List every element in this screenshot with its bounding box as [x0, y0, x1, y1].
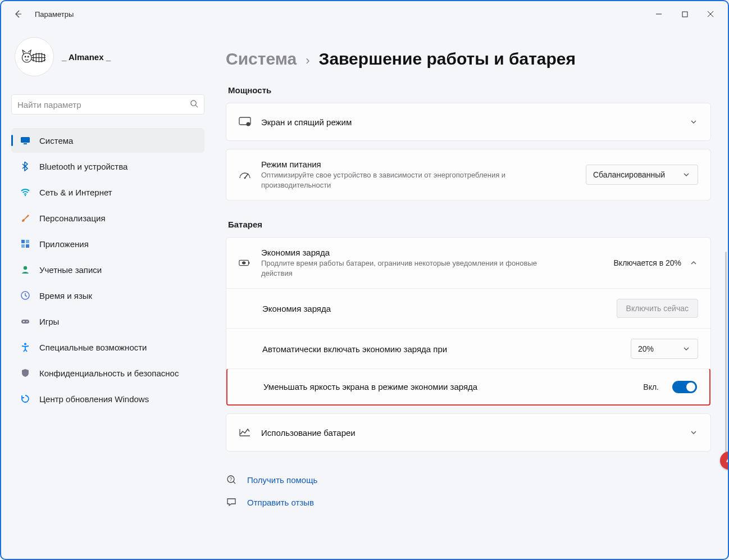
svg-point-2 [25, 56, 26, 57]
brush-icon [20, 213, 30, 223]
battery-dim-toggle[interactable] [672, 381, 697, 393]
person-icon [20, 265, 30, 275]
nav-item-2[interactable]: Сеть & и Интернет [11, 180, 204, 204]
minimize-icon [655, 11, 662, 17]
svg-point-16 [24, 343, 26, 345]
gamepad-icon [20, 316, 30, 326]
nav-item-7[interactable]: Игры [11, 309, 204, 334]
nav-item-label: Сеть & и Интернет [39, 188, 112, 197]
battery-saver-status: Включается в 20% [614, 258, 681, 267]
search-input[interactable] [17, 100, 190, 110]
chart-line-icon [239, 426, 251, 439]
svg-rect-8 [21, 240, 25, 243]
battery-saver-auto-row: Автоматически включать экономию заряда п… [226, 328, 710, 369]
battery-saver-auto-label: Автоматически включать экономию заряда п… [262, 344, 621, 354]
maximize-icon [682, 11, 688, 17]
card-battery-saver: Экономия заряда Продлите время работы ба… [226, 237, 711, 406]
nav-item-label: Центр обновления Windows [39, 394, 149, 404]
minimize-button[interactable] [646, 5, 672, 23]
svg-rect-10 [21, 244, 25, 248]
svg-text:?: ? [229, 476, 232, 482]
back-button[interactable] [9, 5, 27, 23]
nav-item-label: Персонализация [39, 213, 106, 223]
titlebar: Параметры [1, 1, 728, 27]
battery-saver-sub: Продлите время работы батареи, ограничив… [261, 258, 548, 278]
help-icon: ? [226, 474, 237, 485]
nav-item-6[interactable]: Время и язык [11, 283, 204, 308]
battery-dim-state: Вкл. [643, 383, 659, 391]
search-icon [190, 99, 198, 110]
svg-rect-9 [26, 240, 29, 243]
profile[interactable]: _ Almanex _ [15, 37, 204, 76]
nav-item-label: Система [39, 136, 73, 145]
nav-item-3[interactable]: Персонализация [11, 206, 204, 230]
breadcrumb-current: Завершение работы и батарея [319, 49, 576, 69]
nav: СистемаBluetooth и устройстваСеть & и Ин… [11, 128, 204, 411]
power-mode-select[interactable]: Сбалансированный [586, 165, 698, 185]
main: Система › Завершение работы и батарея Мо… [215, 27, 728, 559]
maximize-button[interactable] [672, 5, 698, 23]
svg-point-18 [247, 122, 250, 126]
close-button[interactable] [698, 5, 723, 23]
nav-item-label: Конфиденциальность и безопаснос [39, 368, 179, 378]
avatar-cat-icon [20, 45, 48, 68]
chevron-down-icon [682, 170, 691, 179]
search-box[interactable] [11, 94, 204, 115]
wifi-icon [20, 187, 30, 197]
nav-item-9[interactable]: Конфиденциальность и безопаснос [11, 361, 204, 385]
window-title: Параметры [35, 10, 74, 19]
battery-saver-enable-button: Включить сейчас [617, 299, 698, 318]
chevron-up-icon [689, 258, 698, 267]
breadcrumb-sep: › [306, 53, 309, 68]
nav-item-label: Игры [39, 317, 59, 326]
svg-point-4 [191, 100, 196, 105]
svg-rect-14 [21, 320, 29, 324]
section-power: Мощность [228, 85, 711, 95]
battery-saver-now-row: Экономия заряда Включить сейчас [226, 288, 710, 328]
avatar [15, 37, 54, 76]
accessibility-icon [20, 342, 30, 352]
settings-window: Параметры [0, 0, 729, 560]
svg-point-12 [24, 266, 27, 270]
card-battery-usage[interactable]: Использование батареи [226, 413, 711, 452]
nav-item-5[interactable]: Учетные записи [11, 257, 204, 282]
close-icon [707, 11, 714, 17]
nav-item-label: Приложения [39, 239, 89, 249]
svg-rect-5 [21, 137, 30, 143]
help-link-row: ? Получить помощь [226, 474, 711, 485]
sidebar: _ Almanex _ СистемаBluetooth и устройств… [1, 27, 215, 559]
battery-saver-auto-select[interactable]: 20% [631, 339, 698, 359]
power-mode-title: Режим питания [261, 160, 576, 169]
nav-item-10[interactable]: Центр обновления Windows [11, 386, 204, 411]
username: _ Almanex _ [62, 52, 111, 62]
apps-icon [20, 239, 30, 249]
nav-item-0[interactable]: Система [11, 128, 204, 153]
svg-point-7 [25, 195, 26, 196]
nav-item-4[interactable]: Приложения [11, 231, 204, 256]
battery-saver-header[interactable]: Экономия заряда Продлите время работы ба… [226, 238, 710, 288]
help-link[interactable]: Получить помощь [247, 475, 317, 485]
shield-icon [20, 368, 30, 378]
svg-rect-11 [26, 244, 29, 248]
battery-saver-title: Экономия заряда [261, 248, 604, 257]
breadcrumb-parent[interactable]: Система [226, 49, 297, 69]
nav-item-label: Специальные возможности [39, 343, 147, 352]
display-icon [20, 135, 30, 145]
gauge-icon [239, 169, 251, 181]
update-icon [20, 394, 30, 404]
feedback-link[interactable]: Отправить отзыв [247, 498, 314, 507]
battery-leaf-icon [239, 257, 251, 269]
svg-point-19 [244, 177, 246, 179]
chevron-down-icon [689, 117, 698, 126]
card-screen-sleep[interactable]: Экран и спящий режим [226, 103, 711, 141]
chevron-down-icon [682, 344, 691, 353]
bluetooth-icon [20, 161, 30, 171]
clock-icon [20, 290, 30, 301]
battery-dim-label: Уменьшать яркость экрана в режиме эконом… [263, 382, 633, 391]
scrollbar[interactable] [725, 252, 727, 465]
feedback-link-row: Отправить отзыв [226, 497, 711, 508]
nav-item-1[interactable]: Bluetooth и устройства [11, 154, 204, 179]
feedback-icon [226, 497, 237, 508]
chevron-down-icon [689, 428, 698, 437]
nav-item-8[interactable]: Специальные возможности [11, 335, 204, 359]
